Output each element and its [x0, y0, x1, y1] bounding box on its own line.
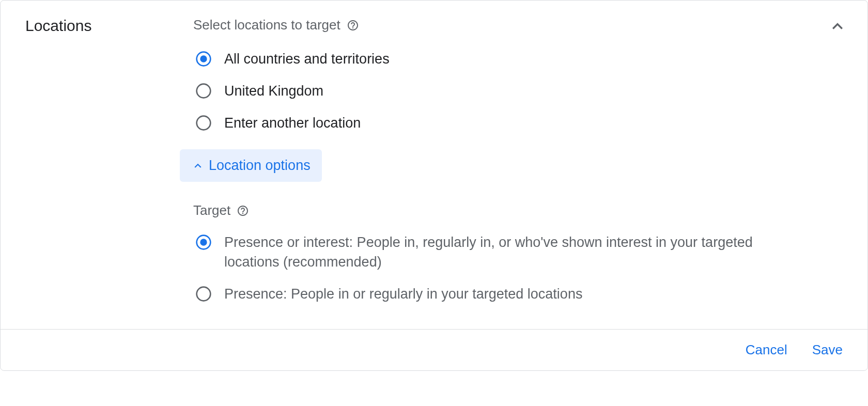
location-options-toggle[interactable]: Location options — [180, 149, 322, 182]
expandable-label: Location options — [209, 158, 311, 174]
save-button[interactable]: Save — [812, 342, 843, 358]
subtitle-row: Select locations to target — [193, 17, 801, 33]
radio-label: United Kingdom — [224, 82, 323, 101]
radio-label: Presence or interest: People in, regular… — [224, 233, 801, 272]
right-column: Select locations to target — [193, 17, 843, 317]
svg-point-5 — [200, 239, 207, 246]
target-section: Target — [193, 202, 801, 304]
radio-button-unselected — [195, 286, 212, 302]
svg-point-6 — [197, 287, 211, 301]
radio-label: All countries and territories — [224, 50, 390, 69]
radio-button-unselected — [195, 83, 212, 99]
card-footer: Cancel Save — [1, 329, 867, 370]
help-icon-target[interactable] — [237, 205, 249, 217]
main-content: Locations Select locations to target — [1, 1, 867, 329]
target-title: Target — [193, 202, 230, 218]
radio-enter-location[interactable]: Enter another location — [195, 114, 801, 133]
section-subtitle: Select locations to target — [193, 17, 340, 33]
section-title: Locations — [25, 17, 193, 35]
left-column: Locations — [25, 17, 193, 317]
radio-button-selected — [195, 234, 212, 251]
chevron-up-icon — [191, 159, 205, 173]
collapse-section-button[interactable] — [827, 16, 848, 37]
locations-card: Locations Select locations to target — [0, 0, 868, 371]
cancel-button[interactable]: Cancel — [746, 342, 787, 358]
question-circle-icon — [237, 205, 249, 217]
radio-button-selected — [195, 51, 212, 67]
radio-button-unselected — [195, 115, 212, 131]
target-header: Target — [193, 202, 801, 218]
target-radio-group: Presence or interest: People in, regular… — [195, 233, 801, 304]
svg-point-3 — [197, 116, 211, 130]
location-radio-group: All countries and territories United Kin… — [195, 50, 801, 133]
chevron-up-icon — [827, 16, 848, 37]
question-circle-icon — [347, 19, 359, 32]
svg-point-1 — [200, 55, 207, 62]
help-icon-locations[interactable] — [347, 19, 359, 32]
radio-united-kingdom[interactable]: United Kingdom — [195, 82, 801, 101]
radio-label: Presence: People in or regularly in your… — [224, 285, 582, 304]
radio-presence-or-interest[interactable]: Presence or interest: People in, regular… — [195, 233, 801, 272]
radio-label: Enter another location — [224, 114, 361, 133]
radio-all-countries[interactable]: All countries and territories — [195, 50, 801, 69]
radio-presence[interactable]: Presence: People in or regularly in your… — [195, 285, 801, 304]
svg-point-2 — [197, 84, 211, 98]
